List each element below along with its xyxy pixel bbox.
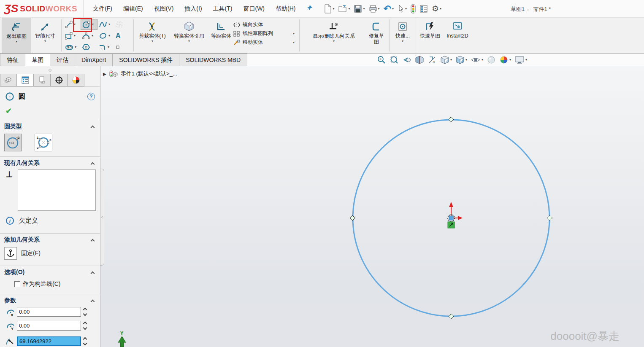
rapid-sketch-button[interactable]: 快速草图 xyxy=(418,18,442,53)
previous-view-button[interactable] xyxy=(402,55,411,65)
menu-window[interactable]: 窗口(W) xyxy=(243,5,265,13)
quick-snaps-button[interactable]: 快速... ▾ xyxy=(392,18,414,53)
panel-splitter-handle[interactable] xyxy=(0,66,100,74)
help-icon[interactable]: ? xyxy=(87,93,95,100)
selection-filter-button[interactable] xyxy=(411,4,416,13)
dropdown-arrow-icon[interactable]: ▾ xyxy=(509,58,511,62)
edit-appearance-button[interactable] xyxy=(487,55,496,65)
zoom-to-area-button[interactable] xyxy=(390,55,399,65)
dropdown-arrow-icon[interactable]: ▾ xyxy=(75,46,76,49)
display-style-button[interactable]: ▾ xyxy=(455,55,467,65)
center-y-stepper[interactable] xyxy=(84,322,87,329)
move-entities-button[interactable]: 移动实体 ▾ xyxy=(233,39,297,46)
exit-sketch-button[interactable]: 退出草图 ▾ xyxy=(2,18,31,53)
hide-show-items-button[interactable]: ▾ xyxy=(471,56,483,64)
perimeter-circle-button[interactable]: 123 xyxy=(35,134,52,151)
tab-addins[interactable]: SOLIDWORKS 插件 xyxy=(113,54,179,66)
dropdown-arrow-icon[interactable]: ▾ xyxy=(440,7,441,11)
linear-pattern-button[interactable]: 线性草图阵列 ▾ xyxy=(233,30,297,37)
collapse-chevron-icon[interactable] xyxy=(91,239,95,243)
stepper-down-icon[interactable] xyxy=(83,326,87,330)
collapse-chevron-icon[interactable] xyxy=(91,162,95,166)
repair-sketch-button[interactable]: 修复草图 xyxy=(366,18,387,53)
view-settings-button[interactable]: ▾ xyxy=(514,56,527,64)
radius-input[interactable] xyxy=(17,336,81,346)
fixed-relation-badge[interactable] xyxy=(448,222,455,228)
tab-dimxpert[interactable]: DimXpert xyxy=(75,54,113,66)
fix-relation-button[interactable] xyxy=(4,247,17,260)
spline-tool-button[interactable]: ▾ xyxy=(97,19,114,30)
dropdown-arrow-icon[interactable]: ▾ xyxy=(152,40,153,43)
dropdown-arrow-icon[interactable]: ▾ xyxy=(293,32,295,35)
center-circle-button[interactable]: 12 xyxy=(4,134,22,151)
slot-tool-button[interactable]: ▾ xyxy=(64,42,81,53)
dropdown-arrow-icon[interactable]: ▾ xyxy=(450,58,452,62)
section-view-button[interactable] xyxy=(415,55,424,65)
zoom-to-fit-button[interactable] xyxy=(377,55,386,65)
fillet-tool-button[interactable]: ▾ xyxy=(97,42,114,53)
select-button[interactable]: ▾ xyxy=(398,5,407,13)
annotation-view-button[interactable]: A xyxy=(428,55,437,65)
convert-entities-button[interactable]: 转换实体引用 ▾ xyxy=(169,18,209,53)
center-x-stepper[interactable] xyxy=(84,308,87,315)
dropdown-arrow-icon[interactable]: ▾ xyxy=(465,58,467,62)
dropdown-arrow-icon[interactable]: ▾ xyxy=(363,7,365,11)
center-y-input[interactable] xyxy=(17,321,81,331)
instant2d-button[interactable]: Instant2D xyxy=(442,18,473,53)
dropdown-arrow-icon[interactable]: ▾ xyxy=(392,7,394,11)
relations-listbox[interactable] xyxy=(18,169,96,211)
menu-edit[interactable]: 编辑(E) xyxy=(123,5,143,13)
dropdown-arrow-icon[interactable]: ▾ xyxy=(108,23,110,26)
apply-scene-button[interactable]: ▾ xyxy=(499,55,511,65)
ellipse-tool-button[interactable]: ▾ xyxy=(97,30,114,41)
dropdown-arrow-icon[interactable]: ▾ xyxy=(525,58,527,62)
tab-sketch[interactable]: 草图 xyxy=(25,54,50,66)
save-button[interactable]: ▾ xyxy=(354,5,365,13)
dropdown-arrow-icon[interactable]: ▾ xyxy=(293,41,295,44)
text-tool-button[interactable]: A xyxy=(114,30,131,41)
dropdown-arrow-icon[interactable]: ▾ xyxy=(482,58,483,62)
display-delete-relations-button[interactable]: 显示/删除几何关系 ▾ xyxy=(302,18,366,53)
view-orientation-button[interactable]: ▾ xyxy=(440,55,452,65)
collapse-chevron-icon[interactable] xyxy=(91,271,95,275)
dropdown-arrow-icon[interactable]: ▾ xyxy=(74,34,76,38)
point-tool-button[interactable] xyxy=(114,42,131,53)
menu-help[interactable]: 帮助(H) xyxy=(276,5,295,13)
dropdown-arrow-icon[interactable]: ▾ xyxy=(402,40,403,43)
mirror-entities-button[interactable]: 镜向实体 xyxy=(233,21,297,28)
tab-features[interactable]: 特征 xyxy=(0,54,25,66)
tab-dimxpert-manager[interactable] xyxy=(51,74,68,86)
panel-flyout-handle[interactable] xyxy=(100,169,104,266)
construction-checkbox[interactable] xyxy=(14,281,20,287)
graphics-viewport[interactable]: ▶ 零件1 (默认<<默认>_... Y xyxy=(100,66,644,347)
collapse-chevron-icon[interactable] xyxy=(91,299,95,304)
center-x-input[interactable] xyxy=(17,307,81,317)
dropdown-arrow-icon[interactable]: ▾ xyxy=(188,40,190,43)
stepper-down-icon[interactable] xyxy=(83,312,87,316)
dropdown-arrow-icon[interactable]: ▾ xyxy=(108,46,109,49)
dropdown-arrow-icon[interactable]: ▾ xyxy=(333,40,335,43)
stepper-up-icon[interactable] xyxy=(83,308,87,312)
options-list-button[interactable] xyxy=(419,5,428,13)
undo-button[interactable]: ↶ ▾ xyxy=(384,5,394,13)
print-button[interactable]: ▾ xyxy=(369,5,380,13)
ok-check-icon[interactable]: ✔ xyxy=(5,107,12,115)
dropdown-arrow-icon[interactable]: ▾ xyxy=(333,7,334,11)
radius-stepper[interactable] xyxy=(84,338,87,345)
dropdown-arrow-icon[interactable]: ▾ xyxy=(378,7,380,11)
dropdown-arrow-icon[interactable]: ▾ xyxy=(44,40,46,43)
sketch-picture-tool-button[interactable] xyxy=(114,19,131,30)
tab-evaluate[interactable]: 评估 xyxy=(50,54,75,66)
open-document-button[interactable]: ▾ xyxy=(338,5,350,13)
dropdown-arrow-icon[interactable]: ▾ xyxy=(348,7,350,11)
menu-insert[interactable]: 插入(I) xyxy=(184,5,202,13)
trim-entities-button[interactable]: 剪裁实体(T) ▾ xyxy=(136,18,169,53)
dropdown-arrow-icon[interactable]: ▾ xyxy=(92,23,94,26)
circle-handle-right[interactable] xyxy=(547,215,552,221)
offset-entities-button[interactable]: 等距实体 xyxy=(209,18,233,53)
collapse-chevron-icon[interactable] xyxy=(91,125,95,129)
circle-handle-top[interactable] xyxy=(449,117,454,122)
stepper-up-icon[interactable] xyxy=(83,322,87,326)
dropdown-arrow-icon[interactable]: ▾ xyxy=(16,40,17,43)
tab-property-manager[interactable] xyxy=(17,74,34,86)
